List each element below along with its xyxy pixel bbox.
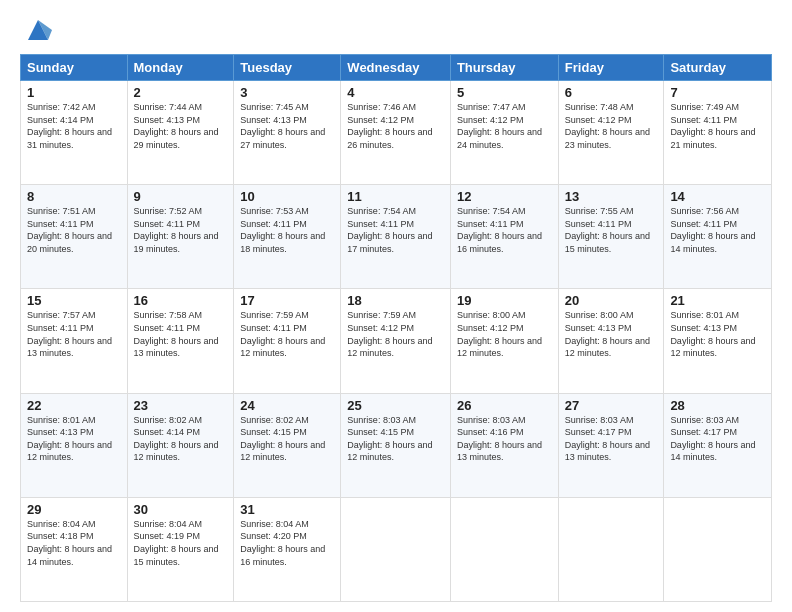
day-info: Sunrise: 7:55 AM Sunset: 4:11 PM Dayligh… — [565, 206, 650, 254]
day-number: 1 — [27, 85, 121, 100]
day-info: Sunrise: 7:49 AM Sunset: 4:11 PM Dayligh… — [670, 102, 755, 150]
day-number: 14 — [670, 189, 765, 204]
day-number: 17 — [240, 293, 334, 308]
calendar-cell: 16Sunrise: 7:58 AM Sunset: 4:11 PM Dayli… — [127, 289, 234, 393]
day-number: 11 — [347, 189, 444, 204]
day-number: 23 — [134, 398, 228, 413]
calendar-header-cell: Wednesday — [341, 55, 451, 81]
day-info: Sunrise: 8:00 AM Sunset: 4:12 PM Dayligh… — [457, 310, 542, 358]
day-info: Sunrise: 7:47 AM Sunset: 4:12 PM Dayligh… — [457, 102, 542, 150]
day-info: Sunrise: 8:04 AM Sunset: 4:19 PM Dayligh… — [134, 519, 219, 567]
day-info: Sunrise: 7:54 AM Sunset: 4:11 PM Dayligh… — [457, 206, 542, 254]
day-number: 8 — [27, 189, 121, 204]
calendar-cell: 6Sunrise: 7:48 AM Sunset: 4:12 PM Daylig… — [558, 81, 664, 185]
day-info: Sunrise: 7:57 AM Sunset: 4:11 PM Dayligh… — [27, 310, 112, 358]
day-number: 4 — [347, 85, 444, 100]
page: SundayMondayTuesdayWednesdayThursdayFrid… — [0, 0, 792, 612]
calendar-cell: 10Sunrise: 7:53 AM Sunset: 4:11 PM Dayli… — [234, 185, 341, 289]
day-number: 21 — [670, 293, 765, 308]
day-info: Sunrise: 7:54 AM Sunset: 4:11 PM Dayligh… — [347, 206, 432, 254]
calendar-header-row: SundayMondayTuesdayWednesdayThursdayFrid… — [21, 55, 772, 81]
calendar-cell: 21Sunrise: 8:01 AM Sunset: 4:13 PM Dayli… — [664, 289, 772, 393]
calendar-header-cell: Monday — [127, 55, 234, 81]
day-info: Sunrise: 8:02 AM Sunset: 4:14 PM Dayligh… — [134, 415, 219, 463]
day-info: Sunrise: 7:59 AM Sunset: 4:12 PM Dayligh… — [347, 310, 432, 358]
calendar-cell: 11Sunrise: 7:54 AM Sunset: 4:11 PM Dayli… — [341, 185, 451, 289]
calendar-cell: 12Sunrise: 7:54 AM Sunset: 4:11 PM Dayli… — [450, 185, 558, 289]
day-number: 3 — [240, 85, 334, 100]
day-info: Sunrise: 8:03 AM Sunset: 4:15 PM Dayligh… — [347, 415, 432, 463]
day-number: 20 — [565, 293, 658, 308]
day-number: 26 — [457, 398, 552, 413]
day-number: 19 — [457, 293, 552, 308]
day-number: 28 — [670, 398, 765, 413]
calendar-cell: 2Sunrise: 7:44 AM Sunset: 4:13 PM Daylig… — [127, 81, 234, 185]
calendar-cell — [341, 497, 451, 601]
calendar-cell: 27Sunrise: 8:03 AM Sunset: 4:17 PM Dayli… — [558, 393, 664, 497]
day-info: Sunrise: 7:48 AM Sunset: 4:12 PM Dayligh… — [565, 102, 650, 150]
calendar-header-cell: Friday — [558, 55, 664, 81]
calendar-cell — [664, 497, 772, 601]
day-info: Sunrise: 7:53 AM Sunset: 4:11 PM Dayligh… — [240, 206, 325, 254]
day-number: 31 — [240, 502, 334, 517]
day-number: 30 — [134, 502, 228, 517]
day-info: Sunrise: 7:59 AM Sunset: 4:11 PM Dayligh… — [240, 310, 325, 358]
calendar-cell: 4Sunrise: 7:46 AM Sunset: 4:12 PM Daylig… — [341, 81, 451, 185]
calendar-body: 1Sunrise: 7:42 AM Sunset: 4:14 PM Daylig… — [21, 81, 772, 602]
day-number: 25 — [347, 398, 444, 413]
calendar-cell: 14Sunrise: 7:56 AM Sunset: 4:11 PM Dayli… — [664, 185, 772, 289]
day-info: Sunrise: 7:52 AM Sunset: 4:11 PM Dayligh… — [134, 206, 219, 254]
day-info: Sunrise: 8:01 AM Sunset: 4:13 PM Dayligh… — [670, 310, 755, 358]
calendar-cell: 29Sunrise: 8:04 AM Sunset: 4:18 PM Dayli… — [21, 497, 128, 601]
day-info: Sunrise: 8:04 AM Sunset: 4:20 PM Dayligh… — [240, 519, 325, 567]
day-number: 9 — [134, 189, 228, 204]
calendar-cell: 17Sunrise: 7:59 AM Sunset: 4:11 PM Dayli… — [234, 289, 341, 393]
day-info: Sunrise: 8:03 AM Sunset: 4:17 PM Dayligh… — [565, 415, 650, 463]
logo — [20, 16, 52, 44]
day-info: Sunrise: 8:01 AM Sunset: 4:13 PM Dayligh… — [27, 415, 112, 463]
calendar-cell: 9Sunrise: 7:52 AM Sunset: 4:11 PM Daylig… — [127, 185, 234, 289]
calendar-week-row: 22Sunrise: 8:01 AM Sunset: 4:13 PM Dayli… — [21, 393, 772, 497]
calendar-cell — [450, 497, 558, 601]
day-info: Sunrise: 7:46 AM Sunset: 4:12 PM Dayligh… — [347, 102, 432, 150]
day-number: 10 — [240, 189, 334, 204]
day-info: Sunrise: 7:51 AM Sunset: 4:11 PM Dayligh… — [27, 206, 112, 254]
calendar-cell: 13Sunrise: 7:55 AM Sunset: 4:11 PM Dayli… — [558, 185, 664, 289]
calendar-week-row: 1Sunrise: 7:42 AM Sunset: 4:14 PM Daylig… — [21, 81, 772, 185]
calendar-cell: 22Sunrise: 8:01 AM Sunset: 4:13 PM Dayli… — [21, 393, 128, 497]
calendar-cell: 23Sunrise: 8:02 AM Sunset: 4:14 PM Dayli… — [127, 393, 234, 497]
day-number: 13 — [565, 189, 658, 204]
day-info: Sunrise: 7:58 AM Sunset: 4:11 PM Dayligh… — [134, 310, 219, 358]
day-number: 7 — [670, 85, 765, 100]
day-info: Sunrise: 8:00 AM Sunset: 4:13 PM Dayligh… — [565, 310, 650, 358]
calendar-cell: 30Sunrise: 8:04 AM Sunset: 4:19 PM Dayli… — [127, 497, 234, 601]
calendar-week-row: 29Sunrise: 8:04 AM Sunset: 4:18 PM Dayli… — [21, 497, 772, 601]
day-number: 5 — [457, 85, 552, 100]
calendar-cell: 19Sunrise: 8:00 AM Sunset: 4:12 PM Dayli… — [450, 289, 558, 393]
calendar-cell: 3Sunrise: 7:45 AM Sunset: 4:13 PM Daylig… — [234, 81, 341, 185]
calendar-cell: 7Sunrise: 7:49 AM Sunset: 4:11 PM Daylig… — [664, 81, 772, 185]
calendar-header-cell: Sunday — [21, 55, 128, 81]
calendar-cell: 31Sunrise: 8:04 AM Sunset: 4:20 PM Dayli… — [234, 497, 341, 601]
day-info: Sunrise: 7:45 AM Sunset: 4:13 PM Dayligh… — [240, 102, 325, 150]
day-number: 16 — [134, 293, 228, 308]
calendar-cell: 24Sunrise: 8:02 AM Sunset: 4:15 PM Dayli… — [234, 393, 341, 497]
day-info: Sunrise: 8:02 AM Sunset: 4:15 PM Dayligh… — [240, 415, 325, 463]
calendar-cell: 20Sunrise: 8:00 AM Sunset: 4:13 PM Dayli… — [558, 289, 664, 393]
logo-icon — [24, 16, 52, 44]
calendar-cell: 1Sunrise: 7:42 AM Sunset: 4:14 PM Daylig… — [21, 81, 128, 185]
day-info: Sunrise: 8:04 AM Sunset: 4:18 PM Dayligh… — [27, 519, 112, 567]
day-number: 24 — [240, 398, 334, 413]
calendar-header-cell: Tuesday — [234, 55, 341, 81]
day-number: 18 — [347, 293, 444, 308]
calendar-cell — [558, 497, 664, 601]
day-info: Sunrise: 8:03 AM Sunset: 4:17 PM Dayligh… — [670, 415, 755, 463]
day-info: Sunrise: 8:03 AM Sunset: 4:16 PM Dayligh… — [457, 415, 542, 463]
header — [20, 16, 772, 44]
calendar-cell: 18Sunrise: 7:59 AM Sunset: 4:12 PM Dayli… — [341, 289, 451, 393]
calendar-cell: 25Sunrise: 8:03 AM Sunset: 4:15 PM Dayli… — [341, 393, 451, 497]
calendar-cell: 28Sunrise: 8:03 AM Sunset: 4:17 PM Dayli… — [664, 393, 772, 497]
day-number: 15 — [27, 293, 121, 308]
day-number: 12 — [457, 189, 552, 204]
calendar-cell: 15Sunrise: 7:57 AM Sunset: 4:11 PM Dayli… — [21, 289, 128, 393]
